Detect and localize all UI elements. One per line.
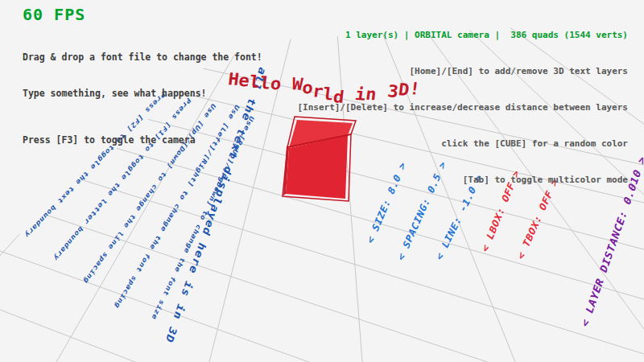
instruction-line: Drag & drop a font file to change the fo… bbox=[23, 51, 262, 64]
instructions-block: Drag & drop a font file to change the fo… bbox=[23, 27, 262, 171]
hint-line: [Home]/[End] to add/remove 3D text layer… bbox=[297, 65, 628, 77]
hint-line: [Tab] to toggle multicolor mode bbox=[297, 174, 628, 186]
instruction-line: Type something, see what happens! bbox=[23, 88, 262, 100]
hint-line: click the [CUBE] for a random color bbox=[297, 138, 628, 150]
text3d-demo-viewport[interactable]: Press [F2] to toggle the text boundary P… bbox=[0, 0, 644, 362]
stats-block: 1 layer(s) | ORBITAL camera | 386 quads … bbox=[297, 5, 628, 210]
hint-line: [Insert]/[Delete] to increase/decrease d… bbox=[297, 101, 628, 113]
fps-counter: 60 FPS bbox=[23, 5, 85, 24]
instruction-line: Press [F3] to toggle the camera bbox=[23, 134, 262, 146]
stats-line: 1 layer(s) | ORBITAL camera | 386 quads … bbox=[297, 29, 628, 41]
